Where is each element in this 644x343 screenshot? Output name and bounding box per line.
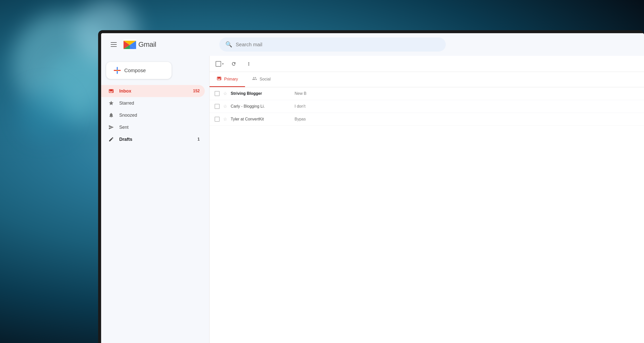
search-bar[interactable]: 🔍 Search mail xyxy=(219,37,446,52)
gmail-m-icon xyxy=(123,39,136,50)
select-dropdown-arrow[interactable]: ▾ xyxy=(222,62,224,66)
compose-button[interactable]: Compose xyxy=(106,62,172,79)
select-all-checkbox[interactable] xyxy=(216,61,221,67)
menu-button[interactable] xyxy=(109,39,119,50)
email-star-1[interactable]: ☆ xyxy=(223,91,227,96)
email-star-3[interactable]: ☆ xyxy=(223,116,227,122)
email-subject-1: New B xyxy=(295,91,639,96)
sidebar-item-sent[interactable]: Sent xyxy=(101,121,205,133)
email-checkbox-1[interactable] xyxy=(215,91,220,96)
tab-social[interactable]: Social xyxy=(245,72,278,87)
compose-label: Compose xyxy=(124,68,146,73)
starred-label: Starred xyxy=(119,101,200,106)
starred-icon xyxy=(108,100,115,107)
header-left: Gmail xyxy=(109,39,214,50)
svg-rect-3 xyxy=(117,70,118,71)
drafts-icon xyxy=(108,136,115,143)
gmail-logo: Gmail xyxy=(123,39,156,50)
snoozed-icon xyxy=(108,112,115,119)
tab-social-label: Social xyxy=(260,77,271,81)
sent-icon xyxy=(108,124,115,131)
compose-plus-icon xyxy=(114,67,121,74)
tab-primary-label: Primary xyxy=(224,77,238,81)
email-sender-2: Carly - Blogging Li. xyxy=(231,104,291,109)
refresh-button[interactable] xyxy=(229,59,239,69)
email-sender-3: Tyler at ConvertKit xyxy=(231,117,291,121)
sidebar-item-inbox[interactable]: Inbox 152 xyxy=(101,85,205,97)
email-list: ☆ Striving Blogger New B ☆ Carly - Blogg… xyxy=(210,87,644,343)
laptop-frame: Gmail 🔍 Search mail xyxy=(98,30,644,343)
email-row[interactable]: ☆ Striving Blogger New B xyxy=(210,87,644,100)
sidebar-item-starred[interactable]: Starred xyxy=(101,97,205,109)
search-icon: 🔍 xyxy=(225,41,232,48)
inbox-icon xyxy=(108,88,115,95)
email-toolbar: ▾ xyxy=(210,56,644,72)
sidebar-item-drafts[interactable]: Drafts 1 xyxy=(101,133,205,145)
email-checkbox-3[interactable] xyxy=(215,117,220,122)
snoozed-label: Snoozed xyxy=(119,113,200,118)
email-row[interactable]: ☆ Tyler at ConvertKit Bypas xyxy=(210,113,644,126)
drafts-label: Drafts xyxy=(119,137,193,142)
gmail-title: Gmail xyxy=(138,40,156,49)
gmail-screen: Gmail 🔍 Search mail xyxy=(101,33,644,343)
email-subject-2: I don't xyxy=(295,104,639,109)
primary-tab-icon xyxy=(217,76,222,82)
email-checkbox-2[interactable] xyxy=(215,104,220,109)
inbox-label: Inbox xyxy=(119,89,188,94)
drafts-count: 1 xyxy=(197,137,200,142)
sent-label: Sent xyxy=(119,125,200,130)
email-tabs: Primary Social xyxy=(210,72,644,87)
email-subject-3: Bypas xyxy=(295,117,639,121)
email-sender-1: Striving Blogger xyxy=(231,91,291,96)
tab-primary[interactable]: Primary xyxy=(210,72,245,87)
email-area: ▾ Primary xyxy=(209,56,644,343)
sidebar-item-snoozed[interactable]: Snoozed xyxy=(101,109,205,121)
app-header: Gmail 🔍 Search mail xyxy=(101,33,644,56)
search-placeholder-text: Search mail xyxy=(236,42,440,48)
more-options-button[interactable] xyxy=(244,59,254,69)
email-star-2[interactable]: ☆ xyxy=(223,104,227,109)
inbox-count: 152 xyxy=(193,89,200,93)
select-all-dropdown[interactable]: ▾ xyxy=(216,61,224,67)
main-content: Compose Inbox 152 Starred xyxy=(101,56,644,343)
social-tab-icon xyxy=(252,76,257,82)
sidebar: Compose Inbox 152 Starred xyxy=(101,56,209,343)
email-row[interactable]: ☆ Carly - Blogging Li. I don't xyxy=(210,100,644,113)
